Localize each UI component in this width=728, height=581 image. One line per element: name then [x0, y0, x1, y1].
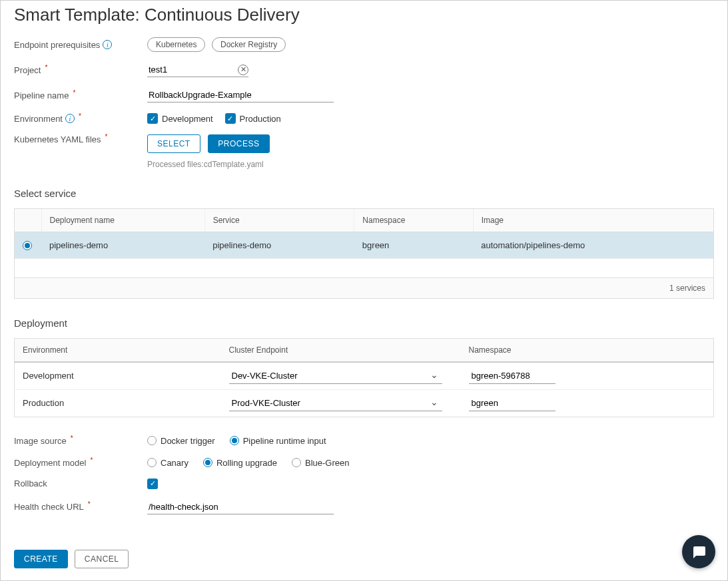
- cell-service: pipelines-demo: [204, 232, 354, 259]
- health-url-label: Health check URL: [14, 502, 84, 512]
- namespace-input-dev[interactable]: [469, 368, 555, 384]
- env-production-checkbox[interactable]: ✓: [225, 113, 236, 124]
- page-title: Smart Template: Continuous Delivery: [14, 5, 714, 25]
- project-label: Project: [14, 65, 41, 75]
- environment-label: Environment: [14, 114, 63, 124]
- prereq-tag-kubernetes[interactable]: Kubernetes: [147, 37, 205, 52]
- env-development-label: Development: [162, 114, 213, 124]
- clear-project-icon[interactable]: ✕: [238, 65, 248, 75]
- cluster-select-prod[interactable]: Prod-VKE-Cluster: [229, 395, 442, 411]
- model-bluegreen[interactable]: Blue-Green: [292, 458, 349, 468]
- deployment-table: Environment Cluster Endpoint Namespace D…: [14, 338, 714, 417]
- deploy-env-prod: Production: [15, 389, 221, 417]
- service-row[interactable]: pipelines-demo pipelines-demo bgreen aut…: [15, 232, 713, 259]
- col-deployment-name: Deployment name: [41, 209, 204, 232]
- yaml-files-label: Kubernetes YAML files: [14, 134, 101, 144]
- info-icon[interactable]: i: [103, 40, 112, 49]
- service-empty-row: [15, 259, 713, 278]
- dcol-cluster: Cluster Endpoint: [221, 338, 461, 362]
- model-rolling[interactable]: Rolling upgrade: [203, 458, 277, 468]
- cell-namespace: bgreen: [354, 232, 473, 259]
- service-table: Deployment name Service Namespace Image …: [15, 209, 713, 278]
- deployment-model-label: Deployment model: [14, 458, 86, 468]
- project-input[interactable]: [147, 63, 234, 77]
- dcol-namespace: Namespace: [461, 338, 714, 362]
- image-source-docker[interactable]: Docker trigger: [147, 436, 215, 446]
- dcol-env: Environment: [15, 338, 221, 362]
- pipeline-name-input[interactable]: [147, 88, 334, 102]
- rollback-checkbox[interactable]: ✓: [147, 479, 158, 489]
- deployment-heading: Deployment: [14, 317, 714, 329]
- info-icon[interactable]: i: [65, 114, 75, 123]
- select-service-heading: Select service: [14, 188, 714, 199]
- image-source-label: Image source: [14, 436, 67, 446]
- env-production-label: Production: [240, 114, 281, 124]
- cancel-button[interactable]: CANCEL: [75, 550, 129, 568]
- cell-deployment: pipelines-demo: [41, 232, 204, 259]
- col-namespace: Namespace: [354, 209, 473, 232]
- service-row-radio[interactable]: [23, 241, 32, 250]
- cluster-select-dev[interactable]: Dev-VKE-Cluster: [229, 368, 442, 384]
- chat-icon[interactable]: [682, 535, 715, 568]
- processed-files-text: Processed files:cdTemplate.yaml: [147, 160, 270, 169]
- deploy-row-prod: Production Prod-VKE-Cluster: [15, 389, 714, 417]
- pipeline-name-label: Pipeline name: [14, 91, 69, 100]
- namespace-input-prod[interactable]: [469, 395, 555, 411]
- rollback-label: Rollback: [14, 479, 47, 488]
- deploy-row-dev: Development Dev-VKE-Cluster: [15, 362, 714, 390]
- service-table-footer: 1 services: [15, 278, 713, 298]
- select-button[interactable]: SELECT: [147, 134, 200, 153]
- image-source-runtime[interactable]: Pipeline runtime input: [230, 436, 326, 446]
- health-url-input[interactable]: [147, 500, 334, 514]
- model-canary[interactable]: Canary: [147, 458, 188, 468]
- col-image: Image: [473, 209, 713, 232]
- cell-image: automation/pipelines-demo: [473, 232, 713, 259]
- prereq-tag-docker[interactable]: Docker Registry: [212, 37, 286, 52]
- col-service: Service: [204, 209, 354, 232]
- env-development-checkbox[interactable]: ✓: [147, 113, 158, 124]
- deploy-env-dev: Development: [15, 362, 221, 390]
- process-button[interactable]: PROCESS: [208, 134, 269, 153]
- endpoint-prereq-label: Endpoint prerequisites: [14, 40, 100, 50]
- create-button[interactable]: CREATE: [14, 550, 68, 568]
